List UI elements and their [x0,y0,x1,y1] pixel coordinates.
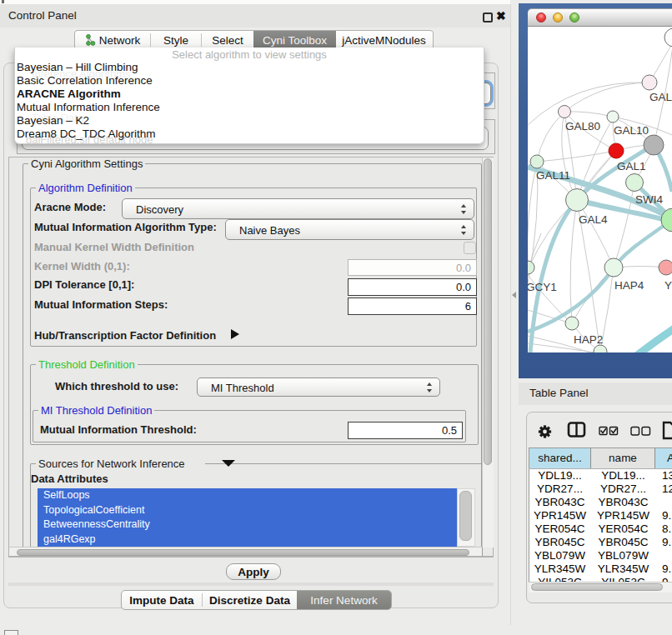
svg-text:GAL10: GAL10 [614,124,649,137]
svg-text:YJ: YJ [664,279,672,292]
svg-text:GAL80: GAL80 [565,120,600,132]
svg-text:GAL1: GAL1 [617,160,646,172]
svg-text:GAL2: GAL2 [649,91,672,103]
svg-text:GCY1: GCY1 [528,281,557,293]
svg-text:GAL4: GAL4 [579,213,608,226]
svg-text:HAP4: HAP4 [614,279,644,292]
svg-text:GAL11: GAL11 [536,169,570,182]
svg-text:HAP2: HAP2 [574,333,603,346]
svg-text:SWI4: SWI4 [635,193,663,206]
